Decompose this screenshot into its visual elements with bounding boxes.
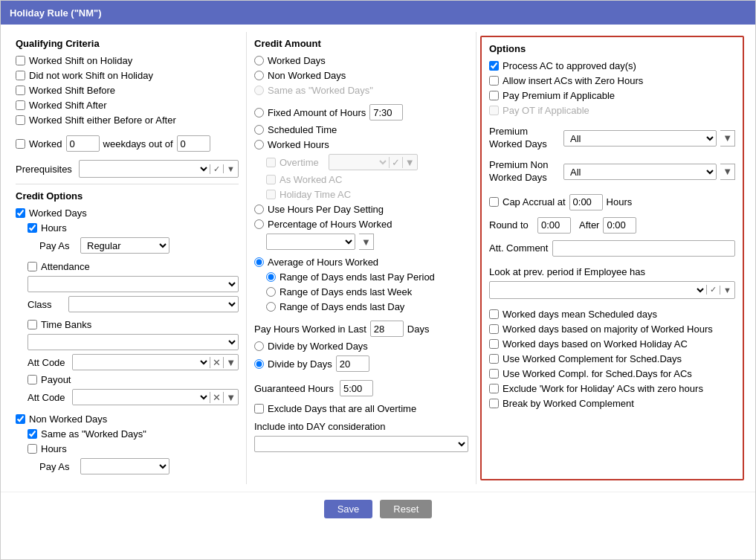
percentage-hours-radio[interactable] <box>254 219 264 229</box>
scheduled-time-row: Scheduled Time <box>254 124 468 135</box>
range-last-day-radio[interactable] <box>266 302 276 312</box>
pay-hours-value-input[interactable] <box>370 321 404 337</box>
exclude-days-row: Exclude Days that are all Overtime <box>254 403 468 414</box>
scheduled-time-radio[interactable] <box>254 125 264 135</box>
worked-shift-after-checkbox[interactable] <box>16 100 25 110</box>
payout-checkbox[interactable] <box>28 375 37 384</box>
divide-by-days-label: Divide by Days <box>268 358 332 370</box>
prerequisites-select[interactable] <box>80 161 210 176</box>
fixed-amount-input[interactable] <box>369 104 403 120</box>
worked-shift-holiday-checkbox[interactable] <box>16 56 25 65</box>
avg-hours-worked-row: Average of Hours Worked <box>254 257 468 268</box>
premium-worked-arrow[interactable]: ▼ <box>720 130 735 147</box>
credit-non-worked-days-radio[interactable] <box>254 71 264 80</box>
att-code2-arrow-btn[interactable]: ▼ <box>223 392 238 403</box>
premium-worked-select[interactable]: All <box>563 130 717 147</box>
save-button[interactable]: Save <box>324 500 373 518</box>
attendance-dropdown-row <box>28 276 239 292</box>
worked-hours-radio[interactable] <box>254 140 264 149</box>
attendance-checkbox[interactable] <box>28 262 37 271</box>
after-input[interactable] <box>603 217 636 234</box>
divide-by-worked-radio[interactable] <box>254 341 264 351</box>
att-code-select[interactable] <box>73 355 210 370</box>
range-last-week-radio[interactable] <box>266 287 276 297</box>
avg-hours-label: Average of Hours Worked <box>268 257 378 268</box>
round-to-input[interactable] <box>537 217 571 234</box>
non-worked-days-checkbox[interactable] <box>16 414 25 424</box>
include-day-dropdown-row <box>254 436 468 452</box>
cap-accrual-checkbox[interactable] <box>489 197 499 207</box>
premium-non-arrow[interactable]: ▼ <box>720 164 735 180</box>
options-checkbox-label-2: Worked days based on Worked Holiday AC <box>503 338 688 350</box>
credit-worked-days-checkbox[interactable] <box>16 208 25 218</box>
options-checkbox-label-5: Exclude 'Work for Holiday' ACs with zero… <box>503 383 703 394</box>
use-hours-per-day-radio[interactable] <box>254 205 264 214</box>
allow-insert-checkbox[interactable] <box>489 76 499 86</box>
options-checkbox-label-0: Worked days mean Scheduled days <box>503 309 657 320</box>
pay-as-select[interactable]: Regular Overtime Premium <box>80 237 169 254</box>
use-hours-per-day-label: Use Hours Per Day Setting <box>268 204 384 215</box>
guaranteed-hours-label: Guaranteed Hours <box>254 383 336 394</box>
include-day-select[interactable] <box>254 436 468 452</box>
range-pay-period-radio[interactable] <box>266 272 276 282</box>
credit-same-as-worked-radio-label: Same as "Worked Days" <box>268 85 373 96</box>
att-code-clear-btn[interactable]: ✕ <box>210 357 223 368</box>
options-checkbox-3[interactable] <box>489 354 499 364</box>
credit-amount-title: Credit Amount <box>254 38 468 49</box>
credit-worked-days-row: Worked Days <box>16 207 239 219</box>
nw-pay-as-select[interactable] <box>80 458 169 474</box>
worked-weekdays-checkbox[interactable] <box>16 139 25 149</box>
time-banks-checkbox[interactable] <box>28 320 37 329</box>
prerequisites-dropdown[interactable]: ✓ ▼ <box>79 160 239 178</box>
percentage-arrow-btn[interactable]: ▼ <box>359 234 374 250</box>
attendance-select[interactable] <box>28 276 239 292</box>
att-code-arrow-btn[interactable]: ▼ <box>223 357 238 368</box>
cap-accrual-input[interactable] <box>569 194 603 210</box>
fixed-amount-radio[interactable] <box>254 108 264 118</box>
look-at-prev-dropdown[interactable]: ✓ ▼ <box>489 281 735 299</box>
weekdays-value-input[interactable] <box>177 135 210 152</box>
pay-premium-checkbox[interactable] <box>489 91 499 100</box>
col-right: Options Process AC to approved day(s) Al… <box>480 36 744 480</box>
att-code2-row: Att Code ✕ ▼ <box>28 389 239 405</box>
nw-hours-checkbox[interactable] <box>28 444 37 454</box>
pay-premium-row: Pay Premium if Applicable <box>489 90 735 101</box>
look-at-prev-check-btn[interactable]: ✓ <box>706 285 720 295</box>
worked-value-input[interactable] <box>66 135 100 152</box>
divide-by-days-input[interactable] <box>336 355 369 372</box>
process-ac-checkbox[interactable] <box>489 61 499 71</box>
percentage-select[interactable] <box>266 234 355 250</box>
same-as-worked-checkbox[interactable] <box>28 429 37 439</box>
prerequisites-arrow-btn[interactable]: ▼ <box>223 164 238 173</box>
look-at-prev-arrow-btn[interactable]: ▼ <box>720 286 734 295</box>
exclude-days-checkbox[interactable] <box>254 404 264 413</box>
reset-button[interactable]: Reset <box>380 500 432 518</box>
options-checkbox-2[interactable] <box>489 339 499 349</box>
credit-worked-days-radio[interactable] <box>254 56 264 65</box>
avg-hours-radio[interactable] <box>254 257 264 267</box>
divide-by-days-radio[interactable] <box>254 359 264 369</box>
nw-hours-label: Hours <box>41 443 67 454</box>
options-checkbox-6[interactable] <box>489 399 499 408</box>
options-checkbox-1[interactable] <box>489 324 499 334</box>
look-at-prev-select[interactable] <box>490 283 706 297</box>
worked-shift-before-or-after-checkbox[interactable] <box>16 115 25 125</box>
options-checkbox-4[interactable] <box>489 369 499 379</box>
guaranteed-hours-input[interactable] <box>340 380 373 396</box>
non-worked-sub: Same as "Worked Days" Hours Pay As <box>16 428 239 474</box>
options-checkbox-0[interactable] <box>489 309 499 319</box>
premium-non-select[interactable]: All <box>563 164 717 180</box>
class-select[interactable] <box>68 296 239 312</box>
pay-as-label: Pay As <box>39 240 77 251</box>
att-comment-input[interactable] <box>552 240 735 257</box>
att-code2-select[interactable] <box>73 390 210 405</box>
did-not-work-shift-checkbox[interactable] <box>16 71 25 80</box>
options-checkbox-row-2: Worked days based on Worked Holiday AC <box>489 338 735 350</box>
worked-shift-before-checkbox[interactable] <box>16 86 25 95</box>
options-checkbox-5[interactable] <box>489 384 499 393</box>
prerequisites-check-btn[interactable]: ✓ <box>210 164 223 174</box>
fixed-amount-label: Fixed Amount of Hours <box>268 107 366 118</box>
time-banks-select[interactable] <box>28 334 239 350</box>
credit-hours-checkbox[interactable] <box>28 223 37 233</box>
att-code2-clear-btn[interactable]: ✕ <box>210 392 223 403</box>
